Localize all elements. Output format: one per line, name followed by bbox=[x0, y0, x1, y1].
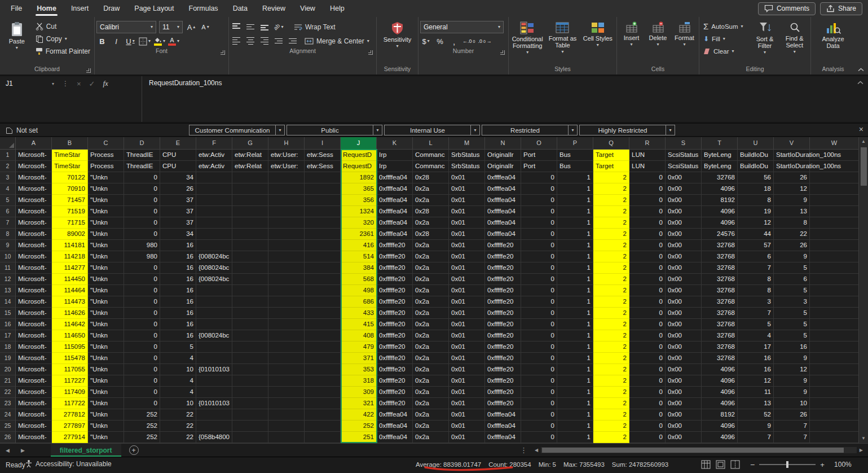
cell-S11[interactable]: 0x00 bbox=[666, 262, 702, 274]
cell-H1[interactable]: etw:User: bbox=[268, 150, 305, 161]
decrease-indent-button[interactable] bbox=[273, 36, 284, 47]
cell-W6[interactable] bbox=[810, 206, 858, 217]
cell-L16[interactable]: 0x2a bbox=[413, 319, 449, 330]
cell-G1[interactable]: etw:Relat bbox=[232, 150, 268, 161]
cell-N21[interactable]: 0xfffffe20 bbox=[485, 375, 521, 387]
cell-T24[interactable]: 8192 bbox=[702, 409, 738, 421]
cell-O16[interactable]: 0 bbox=[521, 319, 557, 330]
cell-D13[interactable]: 0 bbox=[124, 285, 160, 296]
cell-Q1[interactable]: Target bbox=[593, 150, 629, 161]
cell-V4[interactable]: 12 bbox=[774, 183, 810, 195]
cell-S2[interactable]: ScsiStatus bbox=[666, 161, 702, 172]
comments-button[interactable]: Comments bbox=[758, 2, 816, 15]
cell-G6[interactable] bbox=[232, 206, 268, 217]
cell-S20[interactable]: 0x00 bbox=[666, 364, 702, 375]
cell-Q9[interactable]: 2 bbox=[593, 240, 629, 251]
cell-C17[interactable]: "Unkn bbox=[88, 330, 124, 341]
cell-K2[interactable]: Irp bbox=[377, 161, 413, 172]
sensitivity-option-restricted[interactable]: Restricted▾ bbox=[482, 125, 578, 135]
cell-R7[interactable]: 0 bbox=[629, 217, 666, 229]
font-name-select[interactable]: Calibri▾ bbox=[96, 21, 156, 33]
align-left-button[interactable] bbox=[231, 36, 242, 47]
cell-S14[interactable]: 0x00 bbox=[666, 296, 702, 308]
column-header-N[interactable]: N bbox=[485, 137, 521, 150]
paste-button[interactable]: Paste ▾ bbox=[2, 19, 32, 65]
cell-N15[interactable]: 0xfffffe20 bbox=[485, 308, 521, 319]
cell-F4[interactable] bbox=[196, 183, 232, 195]
scroll-left-arrow-icon[interactable]: ◀ bbox=[532, 448, 541, 453]
cell-D26[interactable]: 252 bbox=[124, 432, 160, 443]
cell-H6[interactable] bbox=[268, 206, 305, 217]
column-header-Q[interactable]: Q bbox=[593, 137, 629, 150]
cell-A9[interactable]: Microsoft- bbox=[16, 240, 52, 251]
cell-F23[interactable]: {01010103 bbox=[196, 398, 232, 409]
cell-L17[interactable]: 0x2a bbox=[413, 330, 449, 341]
cell-H13[interactable] bbox=[268, 285, 305, 296]
cell-U21[interactable]: 12 bbox=[738, 375, 774, 387]
cell-B11[interactable]: 114277 bbox=[52, 262, 88, 274]
cell-M26[interactable]: 0x01 bbox=[449, 432, 485, 443]
cell-J22[interactable]: 309 bbox=[341, 387, 377, 398]
cell-G23[interactable] bbox=[232, 398, 268, 409]
cell-R4[interactable]: 0 bbox=[629, 183, 666, 195]
cell-S26[interactable]: 0x00 bbox=[666, 432, 702, 443]
cell-G16[interactable] bbox=[232, 319, 268, 330]
cell-A14[interactable]: Microsoft- bbox=[16, 296, 52, 308]
cell-M22[interactable]: 0x01 bbox=[449, 387, 485, 398]
zoom-out-button[interactable]: − bbox=[750, 460, 755, 469]
cell-E2[interactable]: CPU bbox=[160, 161, 196, 172]
cell-J19[interactable]: 371 bbox=[341, 353, 377, 364]
cell-G26[interactable] bbox=[232, 432, 268, 443]
cell-O23[interactable]: 0 bbox=[521, 398, 557, 409]
column-header-R[interactable]: R bbox=[629, 137, 666, 150]
cell-F5[interactable] bbox=[196, 195, 232, 206]
cell-J26[interactable]: 251 bbox=[341, 432, 377, 443]
cell-K14[interactable]: 0xfffffe20 bbox=[377, 296, 413, 308]
cell-R9[interactable]: 0 bbox=[629, 240, 666, 251]
cell-G22[interactable] bbox=[232, 387, 268, 398]
cell-A19[interactable]: Microsoft- bbox=[16, 353, 52, 364]
cell-T13[interactable]: 32768 bbox=[702, 285, 738, 296]
column-header-T[interactable]: T bbox=[702, 137, 738, 150]
cell-N23[interactable]: 0xfffffe20 bbox=[485, 398, 521, 409]
cell-S6[interactable]: 0x00 bbox=[666, 206, 702, 217]
cell-E20[interactable]: 10 bbox=[160, 364, 196, 375]
cell-V2[interactable]: StartIoDuration_100ns bbox=[774, 161, 810, 172]
merge-center-button[interactable]: Merge & Center▾ bbox=[302, 35, 372, 47]
cell-C9[interactable]: "Unkn bbox=[88, 240, 124, 251]
cell-A2[interactable]: Microsoft- bbox=[16, 161, 52, 172]
cell-D7[interactable]: 0 bbox=[124, 217, 160, 229]
cell-O17[interactable]: 0 bbox=[521, 330, 557, 341]
increase-indent-button[interactable] bbox=[287, 36, 298, 47]
cell-H11[interactable] bbox=[268, 262, 305, 274]
number-dialog-launcher[interactable] bbox=[500, 50, 505, 55]
cell-V26[interactable]: 7 bbox=[774, 432, 810, 443]
cell-N7[interactable]: 0xffffea04 bbox=[485, 217, 521, 229]
cell-A21[interactable]: Microsoft- bbox=[16, 375, 52, 387]
cell-S1[interactable]: ScsiStatus bbox=[666, 150, 702, 161]
cell-B16[interactable]: 114642 bbox=[52, 319, 88, 330]
cell-K4[interactable]: 0xffffea04 bbox=[377, 183, 413, 195]
cell-B24[interactable]: 277812 bbox=[52, 409, 88, 421]
cell-G11[interactable] bbox=[232, 262, 268, 274]
cell-O9[interactable]: 0 bbox=[521, 240, 557, 251]
cell-W22[interactable] bbox=[810, 387, 858, 398]
cell-E4[interactable]: 26 bbox=[160, 183, 196, 195]
cell-P11[interactable]: 1 bbox=[557, 262, 593, 274]
confirm-entry-icon[interactable]: ✓ bbox=[89, 80, 95, 88]
cell-E18[interactable]: 5 bbox=[160, 341, 196, 353]
cell-W8[interactable] bbox=[810, 229, 858, 240]
row-header-14[interactable]: 14 bbox=[0, 296, 16, 308]
column-header-V[interactable]: V bbox=[774, 137, 810, 150]
cell-N9[interactable]: 0xfffffe20 bbox=[485, 240, 521, 251]
cell-A5[interactable]: Microsoft- bbox=[16, 195, 52, 206]
cell-B15[interactable]: 114626 bbox=[52, 308, 88, 319]
cell-B4[interactable]: 70910 bbox=[52, 183, 88, 195]
stat-sum[interactable]: Sum: 24782560993 bbox=[612, 461, 668, 468]
cell-L1[interactable]: Commanc bbox=[413, 150, 449, 161]
insert-function-button[interactable]: fx bbox=[103, 79, 108, 88]
cell-B6[interactable]: 71519 bbox=[52, 206, 88, 217]
cell-O18[interactable]: 0 bbox=[521, 341, 557, 353]
cell-O4[interactable]: 0 bbox=[521, 183, 557, 195]
bottom-align-button[interactable] bbox=[259, 21, 270, 33]
